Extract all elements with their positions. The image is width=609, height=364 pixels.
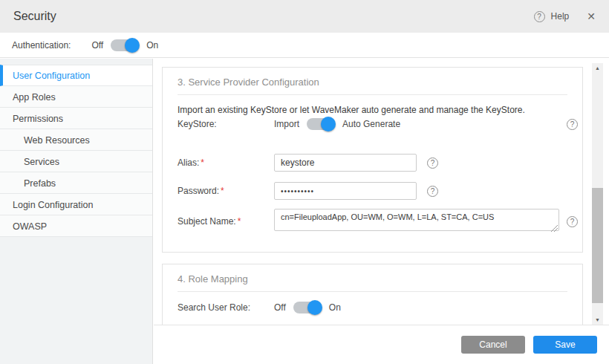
search-user-role-toggle[interactable] (293, 302, 322, 313)
footer-actions: Cancel Save (154, 325, 609, 364)
toggle-knob (307, 300, 322, 315)
section-title: 4. Role Mapping (163, 264, 582, 291)
window-header: Security ? Help ✕ (0, 0, 609, 33)
cancel-button[interactable]: Cancel (461, 336, 525, 354)
sidebar: User Configuration App Roles Permissions… (0, 59, 153, 364)
authentication-toggle-group: Off On (91, 39, 158, 51)
help-link[interactable]: Help (551, 11, 570, 22)
sidebar-item-owasp[interactable]: OWASP (0, 215, 152, 237)
search-user-role-row: Search User Role: Off On (178, 302, 578, 313)
password-input[interactable] (274, 182, 417, 200)
vertical-scrollbar[interactable]: ▲ ▼ (592, 63, 603, 325)
close-icon[interactable]: ✕ (587, 10, 596, 22)
header-actions: ? Help ✕ (534, 10, 596, 22)
subject-name-textarea[interactable]: cn=FileuploadApp, OU=WM, O=WM, L=LA, ST=… (274, 209, 559, 231)
help-icon[interactable]: ? (534, 11, 545, 22)
alias-help-icon[interactable]: ? (427, 157, 438, 169)
search-user-role-label: Search User Role: (178, 302, 274, 313)
toggle-knob (125, 38, 140, 53)
authentication-on-label: On (146, 40, 158, 51)
page-title: Security (13, 10, 56, 23)
scrollbar-thumb[interactable] (592, 188, 603, 303)
authentication-label: Authentication: (12, 40, 71, 51)
alias-row: Alias:* ? (178, 154, 578, 172)
subject-name-label: Subject Name:* (178, 216, 274, 227)
keystore-row: KeyStore: Import Auto Generate ? (178, 118, 578, 130)
keystore-toggle[interactable] (307, 118, 335, 130)
main-content: 3. Service Provider Configuration Import… (154, 59, 609, 325)
password-label: Password:* (178, 186, 274, 196)
password-row: Password:* ? (178, 182, 578, 200)
search-user-role-off-label: Off (274, 302, 286, 313)
section-role-mapping: 4. Role Mapping Search User Role: Off On (162, 264, 583, 325)
sidebar-item-services[interactable]: Services (0, 151, 152, 172)
sidebar-item-app-roles[interactable]: App Roles (0, 86, 152, 108)
alias-input[interactable] (274, 154, 417, 172)
keystore-label: KeyStore: (178, 119, 274, 129)
sidebar-item-web-resources[interactable]: Web Resources (0, 129, 152, 151)
search-user-role-toggle-group: Off On (274, 302, 341, 313)
sidebar-item-user-configuration[interactable]: User Configuration (0, 65, 152, 86)
authentication-bar: Authentication: Off On (0, 33, 609, 58)
sidebar-item-login-configuration[interactable]: Login Configuration (0, 194, 152, 215)
section-title: 3. Service Provider Configuration (163, 68, 582, 94)
sidebar-list: User Configuration App Roles Permissions… (0, 65, 152, 237)
subject-name-label-text: Subject Name: (178, 216, 236, 227)
sidebar-item-permissions[interactable]: Permissions (0, 108, 152, 129)
subject-name-help-icon[interactable]: ? (567, 216, 578, 227)
required-mark: * (221, 186, 224, 196)
sidebar-item-prefabs[interactable]: Prefabs (0, 172, 152, 194)
required-mark: * (201, 157, 204, 168)
section-divider (178, 291, 567, 292)
password-help-icon[interactable]: ? (427, 186, 438, 197)
authentication-toggle[interactable] (111, 39, 139, 51)
keystore-toggle-group: Import Auto Generate (274, 118, 400, 130)
search-user-role-on-label: On (329, 302, 341, 313)
subject-name-row: Subject Name:* cn=FileuploadApp, OU=WM, … (178, 209, 578, 234)
section-description: Import an existing KeyStore or let WaveM… (163, 95, 582, 115)
keystore-help-icon[interactable]: ? (567, 119, 578, 130)
keystore-auto-generate-label: Auto Generate (342, 119, 400, 129)
save-button[interactable]: Save (533, 336, 597, 354)
alias-label: Alias:* (178, 157, 274, 168)
subject-name-textarea-wrap: cn=FileuploadApp, OU=WM, O=WM, L=LA, ST=… (274, 209, 559, 234)
required-mark: * (238, 216, 241, 227)
toggle-knob (321, 117, 336, 131)
alias-label-text: Alias: (178, 157, 199, 168)
scroll-up-icon[interactable]: ▲ (592, 63, 603, 73)
authentication-off-label: Off (91, 40, 103, 51)
password-label-text: Password: (178, 186, 219, 196)
scroll-down-icon[interactable]: ▼ (592, 315, 603, 325)
keystore-import-label: Import (274, 119, 299, 129)
section-service-provider-configuration: 3. Service Provider Configuration Import… (162, 67, 583, 253)
